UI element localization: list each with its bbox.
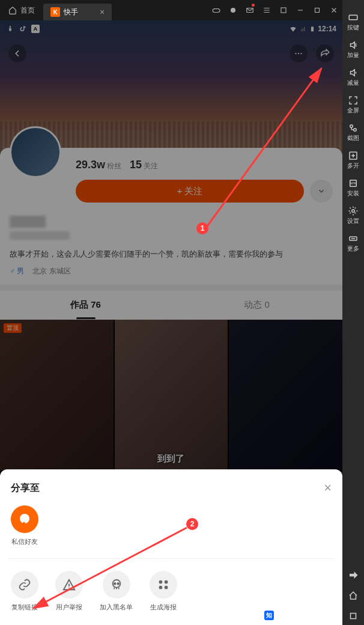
video-item[interactable]: 到到了 xyxy=(115,320,228,471)
share-generate-poster[interactable]: 生成海报 xyxy=(150,571,177,612)
profile-bio: 故事才开始，这会儿人少需要你们随手的一个赞，凯的新故事，需要你我的参与 xyxy=(10,248,333,260)
share-blacklist[interactable]: 加入黑名单 xyxy=(100,571,133,612)
svg-rect-20 xyxy=(301,29,302,31)
status-bar: A 12:14 xyxy=(0,20,342,37)
share-report-user[interactable]: 用户举报 xyxy=(55,571,83,612)
home-tab[interactable]: 首页 xyxy=(0,0,43,20)
svg-point-28 xyxy=(117,583,119,585)
svg-rect-32 xyxy=(165,586,168,590)
avatar[interactable] xyxy=(10,126,61,178)
menu-icon[interactable] xyxy=(258,0,275,20)
kuaishou-app-icon: K xyxy=(50,7,60,17)
tab-moments[interactable]: 动态 0 xyxy=(171,291,342,319)
share-sheet: 分享至 × 私信好友 复制链接 用户举报 加入黑名单 xyxy=(0,469,342,625)
svg-point-11 xyxy=(352,210,355,213)
sidebar-install[interactable]: APK安装 xyxy=(347,175,359,200)
svg-rect-30 xyxy=(165,581,168,584)
close-window-icon[interactable] xyxy=(326,0,342,20)
expand-suggestions-button[interactable] xyxy=(310,180,333,203)
content-tabs: 作品 76 动态 0 xyxy=(0,291,342,320)
nav-home-icon[interactable] xyxy=(348,588,359,605)
svg-rect-23 xyxy=(311,27,314,32)
following-count[interactable]: 15 xyxy=(130,159,142,171)
svg-point-1 xyxy=(231,8,235,13)
svg-point-17 xyxy=(295,53,296,54)
sidebar-multi-instance[interactable]: 多开 xyxy=(347,148,359,172)
video-caption: 到到了 xyxy=(115,453,228,465)
sidebar-volume-down[interactable]: 减量 xyxy=(347,65,359,89)
svg-point-14 xyxy=(353,239,354,239)
chat-icon xyxy=(11,505,38,533)
fans-label: 粉丝 xyxy=(107,162,121,170)
svg-rect-22 xyxy=(304,27,305,31)
expand-window-icon[interactable] xyxy=(275,0,292,20)
svg-point-18 xyxy=(298,53,299,54)
svg-rect-3 xyxy=(281,8,286,13)
svg-rect-31 xyxy=(159,586,163,590)
share-private-message[interactable]: 私信好友 xyxy=(11,505,38,546)
more-button[interactable] xyxy=(290,44,308,62)
location-label: 北京 东城区 xyxy=(32,266,70,276)
svg-point-19 xyxy=(300,53,302,54)
battery-icon xyxy=(309,25,315,33)
skull-icon xyxy=(103,571,130,599)
user-icon[interactable] xyxy=(225,0,241,20)
svg-point-6 xyxy=(350,125,353,128)
video-item[interactable] xyxy=(229,320,342,471)
sidebar-settings[interactable]: 设置 xyxy=(347,203,359,227)
zhihu-watermark: 知 @电商自媒体领域 xyxy=(264,610,335,620)
svg-point-15 xyxy=(354,239,355,239)
tab-close-icon[interactable]: × xyxy=(100,7,105,17)
profile-info-card: 29.3w粉丝 15关注 + 关注 故事才开始，这会儿人少需要你们随手的一个赞，… xyxy=(0,148,342,285)
clock: 12:14 xyxy=(318,25,336,33)
nav-back-icon[interactable] xyxy=(348,567,359,584)
pin-badge: 置顶 xyxy=(4,323,22,333)
sidebar-screenshot[interactable]: 截图 xyxy=(347,120,359,144)
app-tab-label: 快手 xyxy=(64,7,78,17)
maximize-icon[interactable] xyxy=(309,0,326,20)
share-close-button[interactable]: × xyxy=(324,480,332,496)
link-icon xyxy=(11,571,38,599)
nav-recents-icon[interactable] xyxy=(348,608,359,625)
sidebar-fullscreen[interactable]: 全屏 xyxy=(347,93,359,117)
wifi-icon xyxy=(289,25,297,33)
status-tiktok-icon xyxy=(19,25,26,32)
emulator-sidebar: 按键 加量 减量 全屏 截图 多开 APK安装 设置 更多 xyxy=(342,0,364,625)
mail-icon[interactable] xyxy=(241,0,258,20)
svg-rect-29 xyxy=(159,581,163,584)
userid-redacted xyxy=(10,231,70,240)
share-button[interactable] xyxy=(316,44,334,62)
svg-point-25 xyxy=(20,514,29,523)
svg-point-13 xyxy=(351,239,352,239)
annotation-label-1: 1 xyxy=(196,222,208,234)
gender-badge: ♂ 男 xyxy=(10,266,24,276)
home-label: 首页 xyxy=(20,5,35,16)
share-title: 分享至 xyxy=(11,482,40,495)
svg-rect-4 xyxy=(315,8,320,13)
app-tab[interactable]: K 快手 × xyxy=(43,4,112,20)
qrcode-icon xyxy=(150,571,177,599)
back-button[interactable] xyxy=(8,44,26,62)
gamepad-icon[interactable] xyxy=(208,0,225,20)
zhihu-logo-icon: 知 xyxy=(264,611,274,620)
svg-point-7 xyxy=(354,129,357,132)
svg-rect-21 xyxy=(303,28,304,31)
sidebar-volume-up[interactable]: 加量 xyxy=(347,37,359,61)
video-item[interactable]: 置顶 xyxy=(0,320,114,471)
username-redacted xyxy=(10,216,46,228)
following-label: 关注 xyxy=(144,162,158,170)
warning-icon xyxy=(55,571,83,599)
svg-text:APK: APK xyxy=(350,181,357,185)
tab-works[interactable]: 作品 76 xyxy=(0,291,171,319)
follow-button[interactable]: + 关注 xyxy=(76,180,304,203)
signal-icon xyxy=(300,25,307,32)
status-app-icon: A xyxy=(31,25,40,33)
minimize-icon[interactable] xyxy=(292,0,309,20)
annotation-label-2: 2 xyxy=(186,518,198,530)
sidebar-more[interactable]: 更多 xyxy=(347,231,359,255)
svg-rect-5 xyxy=(349,15,357,20)
share-copy-link[interactable]: 复制链接 xyxy=(11,571,38,612)
status-rocket-icon xyxy=(6,25,14,33)
sidebar-keys[interactable]: 按键 xyxy=(347,10,359,34)
fans-count[interactable]: 29.3w xyxy=(76,159,105,171)
